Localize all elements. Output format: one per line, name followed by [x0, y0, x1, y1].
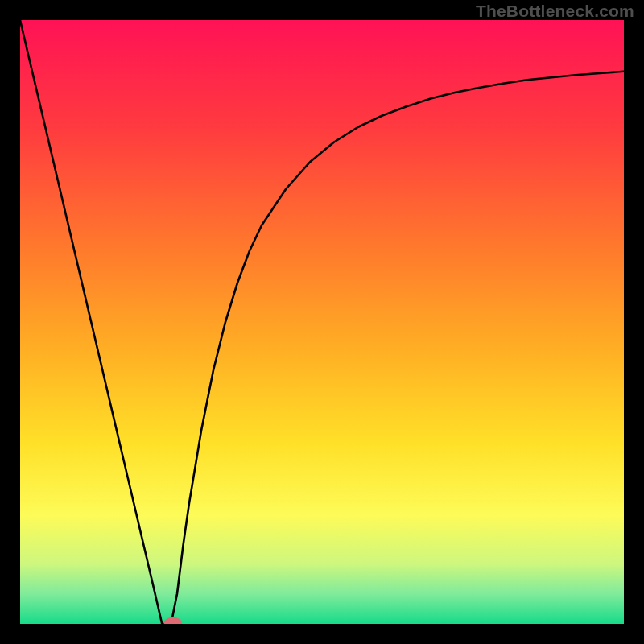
chart-frame: TheBottleneck.com — [0, 0, 644, 644]
plot-area — [20, 20, 624, 624]
gradient-background — [20, 20, 624, 624]
watermark-text: TheBottleneck.com — [476, 2, 634, 21]
bottleneck-chart — [20, 20, 624, 624]
